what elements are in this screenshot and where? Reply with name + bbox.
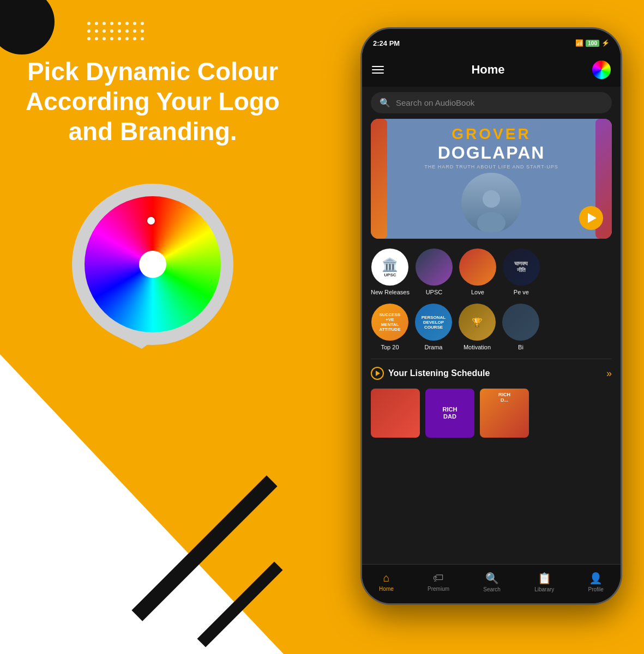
category-item-motivation[interactable]: 🏆 Motivation	[458, 304, 496, 351]
banner-person-image	[461, 173, 521, 233]
schedule-title: Your Listening Schedule	[388, 368, 490, 378]
dots-row-2	[87, 29, 144, 33]
category-circle-personal: चाणक्यनीति	[503, 249, 540, 286]
dots-row-3	[87, 37, 144, 40]
left-panel: Pick Dynamic Colour According Your Logo …	[0, 0, 305, 654]
divider	[371, 359, 612, 359]
dots-row-1	[87, 22, 144, 25]
books-row: RICHDAD RICHD...	[362, 385, 621, 441]
dot	[141, 22, 144, 25]
banner-top-label: GROVER	[424, 125, 558, 143]
cat-inner-love	[459, 249, 496, 286]
nav-label-profile: Profile	[588, 586, 604, 592]
wheel-cursor	[147, 217, 155, 225]
dot	[125, 37, 129, 40]
menu-line	[372, 66, 384, 67]
banner-center: GROVER DOGLAPAN THE HARD TRUTH ABOUT LIF…	[419, 120, 563, 238]
home-nav-icon: ⌂	[383, 572, 389, 584]
nav-label-home: Home	[379, 586, 394, 592]
dot	[125, 22, 129, 25]
dot	[141, 29, 144, 33]
upsc-emblem-icon: 🏛️	[382, 257, 398, 272]
play-triangle-icon	[588, 213, 597, 223]
search-nav-icon: 🔍	[485, 572, 499, 585]
dot	[103, 22, 106, 25]
search-placeholder-text: Search on AudioBook	[396, 98, 474, 107]
search-bar[interactable]: 🔍 Search on AudioBook	[371, 92, 612, 113]
schedule-play-icon	[371, 367, 384, 380]
dot	[133, 29, 136, 33]
category-item-love[interactable]: Love	[459, 249, 497, 296]
dot	[141, 37, 144, 40]
category-circle-upsc	[416, 249, 453, 286]
color-wheel[interactable]	[85, 196, 221, 332]
category-circle-drama: PERSONALDEVELOPCOURSE	[415, 304, 452, 341]
book-thumb-2[interactable]: RICHDAD	[425, 389, 474, 438]
nav-item-search[interactable]: 🔍 Search	[483, 572, 501, 592]
categories-row-2: SUCCESS+VEMENTALATTITUDE Top 20 PERSONAL…	[362, 301, 621, 356]
color-picker-button[interactable]	[592, 60, 611, 79]
category-item-upsc[interactable]: UPSC	[415, 249, 453, 296]
dot	[110, 22, 113, 25]
category-item-new-releases[interactable]: 🏛️ UPSC New Releases	[371, 249, 410, 296]
premium-nav-icon: 🏷	[433, 572, 444, 584]
category-item-top20[interactable]: SUCCESS+VEMENTALATTITUDE Top 20	[371, 304, 409, 351]
lightning-icon: ⚡	[601, 39, 610, 47]
banner-main-title: DOGLAPAN	[424, 143, 558, 163]
nav-item-library[interactable]: 📋 Libarary	[534, 572, 554, 592]
dot	[118, 22, 121, 25]
search-icon: 🔍	[380, 98, 390, 108]
app-title: Home	[471, 63, 504, 77]
schedule-section: Your Listening Schedule »	[362, 361, 621, 385]
dot	[133, 22, 136, 25]
category-circle-new-releases: 🏛️ UPSC	[371, 249, 408, 286]
dot	[110, 29, 113, 33]
color-wheel-container	[65, 180, 240, 365]
schedule-chevron-icon[interactable]: »	[606, 368, 612, 379]
category-circle-love	[459, 249, 496, 286]
dot	[125, 29, 129, 33]
schedule-play-triangle	[376, 371, 380, 376]
cat-inner-personal: चाणक्यनीति	[503, 249, 540, 286]
book-3-text: RICHD...	[480, 389, 529, 406]
play-button[interactable]	[579, 206, 603, 230]
bottom-nav: ⌂ Home 🏷 Premium 🔍 Search 📋 Libarary 👤	[362, 564, 621, 603]
category-circle-bio	[502, 304, 539, 341]
dot	[95, 29, 98, 33]
banner-subtitle: THE HARD TRUTH ABOUT LIFE AND START-UPS	[424, 164, 558, 169]
nav-item-profile[interactable]: 👤 Profile	[588, 572, 604, 592]
phone-outer: 2:24 PM 📶 100 ⚡ Home 🔍	[360, 27, 622, 605]
dot	[103, 29, 106, 33]
dot	[87, 29, 91, 33]
menu-line	[372, 72, 384, 74]
nav-item-premium[interactable]: 🏷 Premium	[428, 572, 449, 592]
dot	[87, 22, 91, 25]
nav-item-home[interactable]: ⌂ Home	[379, 572, 394, 592]
dot	[95, 22, 98, 25]
book-thumb-3[interactable]: RICHD...	[480, 389, 529, 438]
rich-dad-text: RICHDAD	[443, 406, 458, 420]
banner-carousel[interactable]: GROVER DOGLAPAN THE HARD TRUTH ABOUT LIF…	[371, 119, 612, 239]
battery-icon: 100	[586, 40, 599, 47]
person-svg	[467, 184, 516, 233]
category-label-new-releases: New Releases	[371, 289, 410, 296]
menu-line	[372, 69, 384, 70]
category-item-personal[interactable]: चाणक्यनीति Pe ve	[502, 249, 540, 296]
category-label-top20: Top 20	[381, 344, 399, 351]
phone-notch	[453, 29, 529, 44]
category-label-personal: Pe ve	[514, 289, 529, 296]
menu-button[interactable]	[372, 66, 384, 74]
category-label-drama: Drama	[424, 344, 442, 351]
upsc-text: UPSC	[384, 272, 396, 277]
cat-inner-drama: PERSONALDEVELOPCOURSE	[415, 304, 452, 341]
cat-inner-motivation: 🏆	[459, 304, 496, 341]
dot	[133, 37, 136, 40]
dots-pattern	[87, 22, 144, 40]
nav-label-library: Libarary	[534, 586, 554, 592]
svg-point-2	[483, 190, 500, 208]
cat-inner-upsc	[416, 249, 453, 286]
status-icons: 📶 100 ⚡	[575, 39, 610, 47]
category-item-bio[interactable]: Bi	[502, 304, 540, 351]
book-thumb-1[interactable]	[371, 389, 420, 438]
category-item-drama[interactable]: PERSONALDEVELOPCOURSE Drama	[414, 304, 453, 351]
